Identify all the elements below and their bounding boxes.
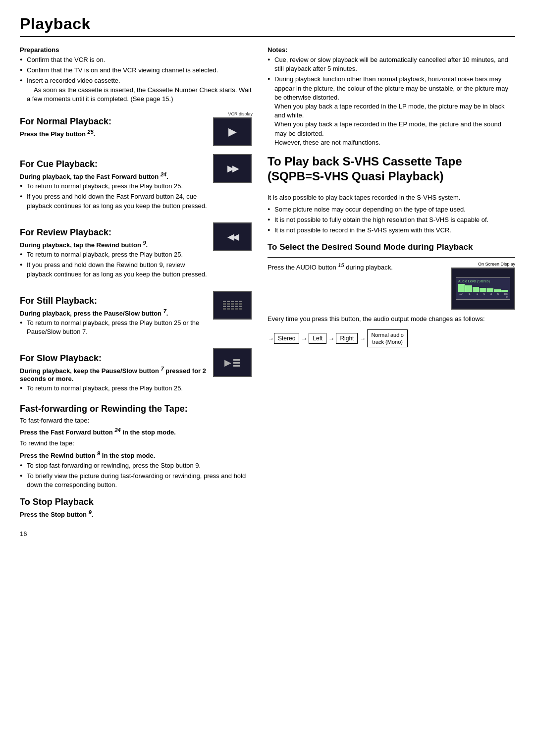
slow-bullet-1: To return to normal playback, press the … [20,384,208,393]
ff-fast-bold: Press the Fast Forward button 24 in the … [20,427,253,436]
prep-indent: As soon as the cassette is inserted, the… [27,86,252,103]
svhs-bullet-3: It is not possible to record in the S-VH… [268,226,515,235]
flow-stereo: Stereo [274,333,299,344]
slow-playback-instruction: During playback, keep the Pause/Slow but… [20,366,208,382]
page-title: Playback [20,15,515,33]
osd-screen: Audio Level (Stereo) [451,268,515,310]
review-bullet-2: If you press and hold down the Rewind bu… [20,261,208,278]
ff-rewind-label: To rewind the tape: [20,439,253,448]
slow-playback-content: For Slow Playback: During playback, keep… [20,347,208,397]
osd-wrap: On Screen Display Audio Level (Stereo) [451,262,515,310]
cue-bullet-1: To return to normal playback, press the … [20,182,208,191]
flow-arrow-1: → [301,335,307,342]
osd-bars [458,284,508,292]
left-column: Preparations Confirm that the VCR is on.… [20,46,253,538]
slow-playback-list: To return to normal playback, press the … [20,384,208,393]
still-bullet-1: To return to normal playback, press the … [20,319,208,336]
vcr-display-label: VCR display [213,111,253,116]
notes-label: Notes: [268,46,515,54]
ff-rewind-bold: Press the Rewind button 9 in the stop mo… [20,450,253,459]
cue-playback-display: ▶▶ [213,154,253,183]
flow-arrow-2: → [328,335,334,342]
normal-playback-section: For Normal Playback: Press the Play butt… [20,110,253,146]
preparations-label: Preparations [20,46,253,54]
stop-playback-heading: To Stop Playback [20,497,253,507]
svhs-section: To Play back S-VHS Cassette Tape(SQPB=S-… [268,154,515,235]
ff-bullet-2: To briefly view the picture during fast-… [20,472,253,489]
sound-mode-section: To Select the Desired Sound Mode during … [268,242,515,348]
flow-left: Left [309,333,326,344]
prep-item-3: Insert a recorded video cassette. As soo… [20,76,253,104]
main-content: Preparations Confirm that the VCR is on.… [20,46,515,538]
normal-playback-instruction: Press the Play button 25. [20,129,208,138]
still-playback-section: For Still Playback: During playback, pre… [20,290,253,341]
osd-bar-label: Audio Level (Stereo) [458,279,508,283]
svhs-list: Some picture noise may occur depending o… [268,205,515,235]
notes-section: Notes: Cue, review or slow playback will… [268,46,515,147]
normal-playback-display: VCR display ▶ [213,111,253,146]
page-number: 16 [20,530,253,538]
osd-inner: Audio Level (Stereo) [456,277,510,300]
cue-playback-row: For Cue Playback: During playback, tap t… [20,153,253,215]
audio-screen-wrap: Press the AUDIO button 15 during playbac… [268,262,515,310]
osd-bar-4 [480,288,486,292]
slow-play-icon: ▶ [224,357,231,368]
prep-item-2: Confirm that the TV is on and the VCR vi… [20,66,253,75]
preparations-section: Preparations Confirm that the VCR is on.… [20,46,253,104]
normal-playback-content: For Normal Playback: Press the Play butt… [20,110,208,139]
stop-playback-section: To Stop Playback Press the Stop button 9… [20,497,253,518]
slow-playback-section: For Slow Playback: During playback, keep… [20,347,253,397]
fast-forwarding-section: Fast-forwarding or Rewinding the Tape: T… [20,404,253,490]
ff-bullet-1: To stop fast-forwarding or rewinding, pr… [20,461,253,470]
svhs-heading: To Play back S-VHS Cassette Tape(SQPB=S-… [268,154,515,184]
still-playback-instruction: During playback, press the Pause/Slow bu… [20,308,208,317]
svhs-intro: It is also possible to play back tapes r… [268,193,515,202]
play-icon: ▶ [228,125,237,138]
svhs-bullet-2: It is not possible to fully obtain the h… [268,216,515,224]
audio-instruction: Press the AUDIO button 15 during playbac… [268,262,443,272]
flow-normal-audio: Normal audio track (Mono) [367,329,407,348]
flow-right: Right [336,333,358,344]
right-column: Notes: Cue, review or slow playback will… [268,46,515,538]
svhs-rule [268,189,515,189]
review-playback-row: For Review Playback: During playback, ta… [20,221,253,283]
cue-playback-heading: For Cue Playback: [20,159,208,169]
svhs-bullet-1: Some picture noise may occur depending o… [268,205,515,214]
osd-r-label: R [458,296,508,299]
osd-bar-2 [465,285,472,292]
audio-flow-diagram: → Stereo → Left → Right → Normal audio t… [268,329,515,348]
flow-arrow-3: → [359,335,366,342]
sound-mode-rule [268,257,515,258]
fast-forward-icon: ▶▶ [227,163,237,174]
still-playback-list: To return to normal playback, press the … [20,319,208,336]
audio-followup: Every time you press this button, the au… [268,315,515,324]
normal-playback-row: For Normal Playback: Press the Play butt… [20,110,253,146]
vcr-screen-still [213,291,252,320]
review-playback-heading: For Review Playback: [20,227,208,238]
cue-bullet-2: If you press and hold down the Fast Forw… [20,192,208,210]
cue-playback-content: For Cue Playback: During playback, tap t… [20,153,208,215]
review-playback-content: For Review Playback: During playback, ta… [20,221,208,283]
preparations-list: Confirm that the VCR is on. Confirm that… [20,55,253,104]
prep-item-1: Confirm that the VCR is on. [20,55,253,64]
osd-bar-3 [473,287,479,292]
review-bullet-1: To return to normal playback, press the … [20,250,208,259]
sound-mode-heading: To Select the Desired Sound Mode during … [268,242,515,252]
vcr-screen-slow: ▶ [213,348,252,377]
vcr-screen-normal: ▶ [213,117,252,146]
fast-forwarding-heading: Fast-forwarding or Rewinding the Tape: [20,404,253,414]
cue-playback-list: To return to normal playback, press the … [20,182,208,211]
still-playback-row: For Still Playback: During playback, pre… [20,290,253,341]
still-playback-content: For Still Playback: During playback, pre… [20,290,208,341]
review-playback-instruction: During playback, tap the Rewind button 9… [20,240,208,249]
ff-bullet-list: To stop fast-forwarding or rewinding, pr… [20,461,253,490]
audio-text: Press the AUDIO button 15 during playbac… [268,262,443,310]
slow-playback-row: For Slow Playback: During playback, keep… [20,347,253,397]
flow-arrow-start: → [268,335,274,342]
osd-label: On Screen Display [451,262,515,267]
note-bullet-2: During playback function other than norm… [268,75,515,147]
slow-bars [233,359,240,367]
osd-bar-7 [501,290,508,291]
osd-bar-6 [494,289,500,292]
still-playback-display [213,291,253,320]
